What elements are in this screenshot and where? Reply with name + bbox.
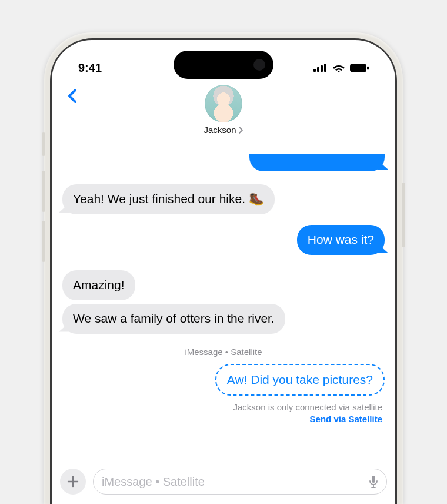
contact-info[interactable]: Jackson: [204, 85, 243, 135]
svg-rect-0: [313, 69, 316, 72]
power-button: [402, 183, 405, 247]
phone-frame: 9:41 Jackson Yea: [44, 32, 403, 504]
svg-rect-4: [350, 64, 366, 72]
composer: iMessage • Satellite: [52, 463, 395, 504]
volume-down-button: [42, 221, 45, 262]
satellite-note: Jackson is only connected via satellite: [62, 402, 382, 413]
status-time: 9:41: [78, 61, 102, 75]
svg-rect-2: [321, 65, 323, 72]
dynamic-island: [174, 51, 273, 79]
cellular-icon: [313, 64, 328, 72]
dictate-icon[interactable]: [369, 475, 378, 488]
svg-rect-3: [324, 64, 326, 72]
volume-up-button: [42, 171, 45, 212]
sent-message-partial[interactable]: [249, 154, 385, 171]
conversation-header: Jackson: [52, 81, 395, 149]
back-button[interactable]: [64, 87, 81, 105]
received-message[interactable]: Yeah! We just finished our hike. 🥾: [62, 184, 275, 214]
received-message[interactable]: We saw a family of otters in the river.: [62, 304, 285, 334]
send-via-satellite-button[interactable]: Send via Satellite: [62, 413, 382, 425]
side-button: [42, 132, 45, 156]
sent-message[interactable]: How was it?: [297, 225, 385, 255]
battery-icon: [350, 64, 369, 72]
delivery-meta: iMessage • Satellite: [62, 347, 385, 357]
message-thread[interactable]: Yeah! We just finished our hike. 🥾 How w…: [52, 125, 395, 463]
svg-rect-1: [317, 67, 319, 72]
avatar: [205, 85, 242, 122]
svg-rect-6: [372, 476, 375, 483]
contact-name-label: Jackson: [204, 125, 236, 135]
svg-rect-5: [367, 66, 369, 69]
received-message[interactable]: Amazing!: [62, 270, 135, 300]
plus-icon: [67, 476, 79, 488]
add-attachment-button[interactable]: [60, 469, 86, 495]
chevron-right-icon: [238, 127, 243, 134]
message-input[interactable]: iMessage • Satellite: [93, 469, 387, 495]
input-placeholder: iMessage • Satellite: [102, 475, 205, 489]
pending-message[interactable]: Aw! Did you take pictures?: [215, 364, 385, 396]
screen: 9:41 Jackson Yea: [52, 40, 395, 504]
wifi-icon: [332, 63, 345, 72]
